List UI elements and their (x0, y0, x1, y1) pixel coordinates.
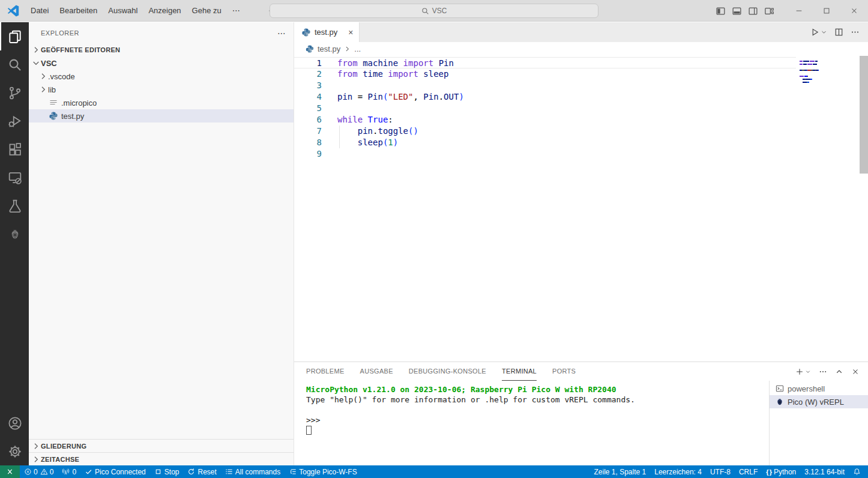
activitybar-micropico[interactable] (0, 220, 29, 248)
remote-indicator[interactable] (0, 465, 20, 478)
tree-item-micropico-file[interactable]: .micropico (29, 96, 294, 109)
problems-indicator[interactable]: 0 0 (20, 465, 58, 478)
bottom-panel: PROBLEME AUSGABE DEBUGGING-KONSOLE TERMI… (294, 362, 868, 465)
activitybar-settings[interactable] (0, 437, 29, 465)
stop-button[interactable]: Stop (150, 465, 184, 478)
plus-icon (795, 368, 804, 376)
terminal-item-pico-vrepl[interactable]: Pico (W) vREPL (770, 395, 868, 408)
files-icon (8, 29, 22, 44)
tree-root-vsc[interactable]: VSC (29, 56, 294, 70)
terminal-output[interactable]: MicroPython v1.21.0 on 2023-10-06; Raspb… (294, 381, 769, 465)
python-file-icon (49, 111, 58, 121)
broadcast-indicator[interactable]: 0 (58, 465, 80, 478)
python-interpreter[interactable]: 3.12.1 64-bit (800, 465, 849, 478)
editor-scrollbar[interactable] (860, 56, 868, 174)
extensions-icon (8, 142, 22, 157)
code-line[interactable]: 9 (294, 148, 796, 160)
activitybar-run-debug[interactable] (0, 107, 29, 135)
close-panel-icon[interactable] (851, 368, 860, 376)
activitybar-explorer[interactable] (0, 22, 29, 50)
chevron-right-icon (38, 85, 48, 94)
activitybar-source-control[interactable] (0, 79, 29, 107)
activitybar-search[interactable] (0, 50, 29, 79)
tree-item-vscode-folder[interactable]: .vscode (29, 70, 294, 83)
reset-button[interactable]: Reset (183, 465, 220, 478)
split-editor-icon[interactable] (834, 28, 843, 37)
section-timeline[interactable]: ZEITACHSE (29, 452, 294, 465)
tab-testpy[interactable]: test.py × (294, 22, 360, 42)
encoding[interactable]: UTF-8 (706, 465, 735, 478)
panel-tab-probleme[interactable]: PROBLEME (306, 362, 345, 381)
panel-tab-ports[interactable]: PORTS (552, 362, 576, 381)
toggle-pico-fs-button[interactable]: Toggle Pico-W-FS (285, 465, 361, 478)
code-line[interactable]: 4pin = Pin("LED", Pin.OUT) (294, 91, 796, 103)
error-icon (24, 468, 32, 476)
code-editor[interactable]: 1from machine import Pin2from time impor… (294, 56, 868, 362)
code-line[interactable]: 1from machine import Pin (294, 57, 796, 68)
breadcrumb[interactable]: test.py ... (294, 42, 868, 56)
editor-more-actions-icon[interactable] (851, 28, 860, 37)
eol-sequence[interactable]: CRLF (735, 465, 762, 478)
explorer-more-actions[interactable]: ⋯ (277, 28, 286, 38)
maximize-panel-icon[interactable] (835, 368, 843, 376)
new-terminal-button[interactable] (795, 368, 811, 376)
reset-icon (187, 468, 195, 476)
menu-anzeigen[interactable]: Anzeigen (143, 3, 186, 19)
notifications-button[interactable] (849, 465, 868, 478)
code-line[interactable]: 3 (294, 80, 796, 91)
cursor-position[interactable]: Zeile 1, Spalte 1 (590, 465, 651, 478)
chevron-right-icon (31, 455, 41, 464)
maximize-button[interactable] (813, 0, 840, 22)
python-file-icon (301, 28, 311, 37)
section-open-editors[interactable]: GEÖFFNETE EDITOREN (29, 43, 294, 56)
chevron-down-icon (821, 29, 827, 35)
language-mode[interactable]: { } Python (762, 465, 800, 478)
close-window-button[interactable] (840, 0, 868, 22)
toggle-secondary-sidebar-icon[interactable] (748, 6, 758, 16)
menu-gehe-zu[interactable]: Gehe zu (187, 3, 227, 19)
menu-datei[interactable]: Datei (25, 3, 54, 19)
search-label: VSC (432, 7, 447, 15)
code-line[interactable]: 6while True: (294, 114, 796, 126)
panel-tab-debug-konsole[interactable]: DEBUGGING-KONSOLE (409, 362, 486, 381)
menu-bearbeiten[interactable]: Bearbeiten (54, 3, 103, 19)
run-button[interactable] (810, 28, 827, 37)
all-commands-button[interactable]: All commands (221, 465, 285, 478)
tree-item-lib-folder[interactable]: lib (29, 83, 294, 96)
panel-more-actions-icon[interactable] (819, 368, 827, 376)
minimap[interactable] (800, 61, 854, 88)
panel-tab-terminal[interactable]: TERMINAL (502, 362, 537, 381)
editor-tab-bar: test.py × (294, 22, 868, 42)
list-tree-icon (289, 468, 297, 476)
indentation[interactable]: Leerzeichen: 4 (650, 465, 706, 478)
search-icon (421, 7, 429, 15)
toggle-sidebar-icon[interactable] (716, 6, 726, 16)
activitybar-remote-explorer[interactable] (0, 163, 29, 192)
status-bar: 0 0 0 Pico Connected Stop Reset All comm… (0, 465, 868, 478)
activitybar-account[interactable] (0, 409, 29, 437)
tree-item-testpy-file[interactable]: test.py (29, 109, 294, 123)
minimize-button[interactable] (785, 0, 813, 22)
stop-icon (154, 468, 162, 476)
menu-more[interactable]: ⋯ (227, 6, 246, 15)
toggle-panel-icon[interactable] (732, 6, 742, 16)
menu-auswahl[interactable]: Auswahl (103, 3, 143, 19)
command-center-search[interactable]: VSC (270, 4, 598, 18)
code-line[interactable]: 7 pin.toggle() (294, 126, 796, 137)
search-icon (8, 58, 22, 72)
beaker-icon (8, 199, 22, 213)
panel-tab-ausgabe[interactable]: AUSGABE (360, 362, 393, 381)
code-line[interactable]: 5 (294, 103, 796, 114)
broadcast-icon (62, 468, 70, 476)
pico-connected-button[interactable]: Pico Connected (80, 465, 150, 478)
terminal-icon (776, 384, 784, 393)
terminal-item-powershell[interactable]: powershell (770, 382, 868, 395)
tab-close-icon[interactable]: × (348, 28, 353, 37)
activitybar-testing[interactable] (0, 192, 29, 220)
warning-icon (40, 468, 48, 476)
code-line[interactable]: 8 sleep(1) (294, 137, 796, 148)
section-outline[interactable]: GLIEDERUNG (29, 439, 294, 452)
code-line[interactable]: 2from time import sleep (294, 68, 796, 80)
customize-layout-icon[interactable] (764, 6, 774, 16)
activitybar-extensions[interactable] (0, 135, 29, 163)
